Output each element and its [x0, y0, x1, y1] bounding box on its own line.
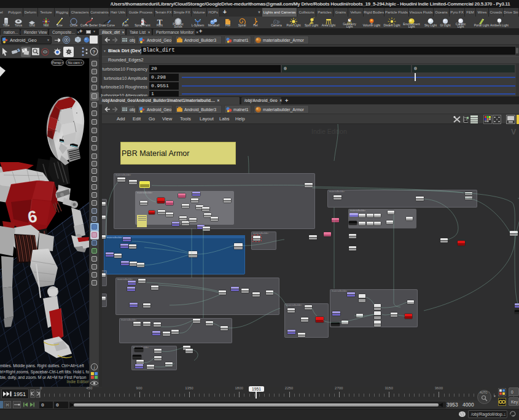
- svg-text:?: ?: [93, 49, 96, 55]
- svg-text:i: i: [93, 365, 95, 370]
